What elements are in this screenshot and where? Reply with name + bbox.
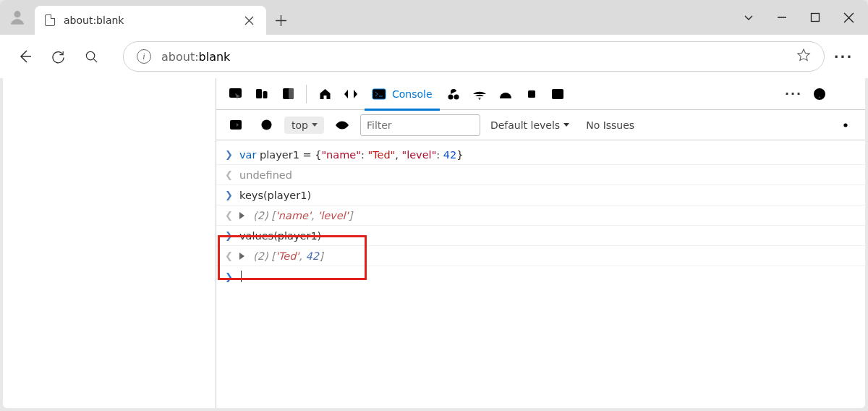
page-viewport	[3, 78, 216, 408]
input-marker-icon: ❯	[225, 230, 234, 241]
toggle-sidebar-icon[interactable]	[224, 113, 248, 137]
maximize-button[interactable]	[799, 3, 832, 32]
svg-rect-5	[263, 91, 268, 98]
url-text: about:blank	[161, 50, 230, 64]
browser-tab[interactable]: about:blank	[35, 6, 266, 35]
network-tab-icon[interactable]	[467, 82, 492, 106]
sources-tab-icon[interactable]	[441, 82, 466, 106]
console-settings-icon[interactable]	[833, 113, 858, 137]
inspect-icon[interactable]	[224, 82, 248, 106]
svg-rect-7	[289, 88, 294, 99]
close-window-button[interactable]	[832, 3, 865, 32]
expand-triangle-icon[interactable]	[239, 210, 247, 221]
svg-rect-1	[812, 14, 820, 22]
svg-point-15	[819, 96, 820, 98]
issues-label: No Issues	[586, 119, 634, 131]
chevron-down-icon[interactable]	[732, 3, 765, 32]
console-output-line[interactable]: ❮ (2) ['name', 'level']	[216, 206, 865, 226]
minimize-button[interactable]	[765, 3, 799, 32]
svg-point-17	[261, 120, 271, 130]
search-button[interactable]	[77, 42, 106, 71]
more-tabs-button[interactable]	[571, 82, 596, 106]
memory-tab-icon[interactable]	[519, 82, 544, 106]
svg-point-18	[341, 123, 344, 127]
svg-rect-4	[256, 89, 262, 98]
devtools-more-button[interactable]: ···	[781, 82, 806, 106]
favorite-icon[interactable]	[796, 48, 811, 65]
reload-button[interactable]	[43, 42, 72, 71]
devtools-panel: Console ··· top Defa	[216, 78, 865, 408]
window-controls	[732, 0, 865, 35]
svg-rect-16	[230, 120, 242, 130]
svg-point-2	[86, 51, 94, 59]
svg-point-10	[454, 94, 459, 99]
svg-point-11	[479, 98, 480, 100]
back-button[interactable]	[10, 42, 39, 71]
profile-avatar[interactable]	[0, 0, 35, 35]
address-bar[interactable]: i about:blank	[123, 41, 825, 72]
output-marker-icon: ❮	[225, 210, 234, 221]
nav-toolbar: i about:blank ···	[0, 35, 868, 78]
input-marker-icon: ❯	[225, 149, 234, 160]
console-tab-label: Console	[392, 88, 433, 100]
console-output-line[interactable]: ❮ (2) ['Ted', 42]	[216, 246, 865, 266]
clear-console-icon[interactable]	[254, 113, 278, 137]
console-tab[interactable]: Console	[365, 78, 440, 110]
console-output[interactable]: ❯ var player1 = {"name": "Ted", "level":…	[216, 140, 865, 408]
console-output-line: ❮ undefined	[216, 165, 865, 185]
console-input-line: ❯ keys(player1)	[216, 185, 865, 206]
elements-tab-icon[interactable]	[339, 82, 363, 106]
svg-point-0	[14, 11, 20, 17]
site-info-icon[interactable]: i	[137, 49, 151, 64]
titlebar: about:blank	[0, 0, 868, 35]
output-marker-icon: ❮	[225, 169, 234, 180]
welcome-tab-icon[interactable]	[312, 82, 337, 106]
svg-rect-8	[373, 89, 386, 99]
svg-point-9	[448, 94, 453, 99]
close-tab-button[interactable]	[239, 10, 259, 30]
svg-rect-13	[552, 89, 563, 99]
input-marker-icon: ❯	[225, 190, 234, 200]
console-prompt[interactable]: ❯	[216, 266, 865, 287]
console-input-line: ❯ values(player1)	[216, 226, 865, 246]
log-levels-selector[interactable]: Default levels	[490, 119, 570, 131]
dock-side-icon[interactable]	[276, 82, 300, 106]
levels-label: Default levels	[490, 119, 560, 131]
application-tab-icon[interactable]	[545, 82, 570, 106]
filter-input[interactable]	[360, 114, 480, 136]
console-toolbar: top Default levels No Issues	[216, 110, 865, 140]
live-expression-icon[interactable]	[330, 113, 354, 137]
execution-context-selector[interactable]: top	[284, 116, 324, 134]
devtools-tabstrip: Console ···	[216, 78, 865, 110]
new-tab-button[interactable]	[266, 6, 295, 35]
page-favicon-icon	[45, 14, 55, 26]
expand-triangle-icon[interactable]	[239, 250, 247, 262]
context-label: top	[292, 119, 308, 131]
console-input-line: ❯ var player1 = {"name": "Ted", "level":…	[216, 145, 865, 165]
close-devtools-button[interactable]	[833, 82, 858, 106]
tab-title: about:blank	[64, 14, 239, 26]
device-toggle-icon[interactable]	[250, 82, 274, 106]
performance-tab-icon[interactable]	[493, 82, 518, 106]
help-icon[interactable]	[807, 82, 832, 106]
app-menu-button[interactable]: ···	[829, 42, 858, 71]
output-marker-icon: ❮	[225, 250, 234, 261]
text-cursor	[241, 271, 242, 282]
svg-point-19	[843, 123, 847, 127]
svg-rect-12	[528, 90, 535, 98]
